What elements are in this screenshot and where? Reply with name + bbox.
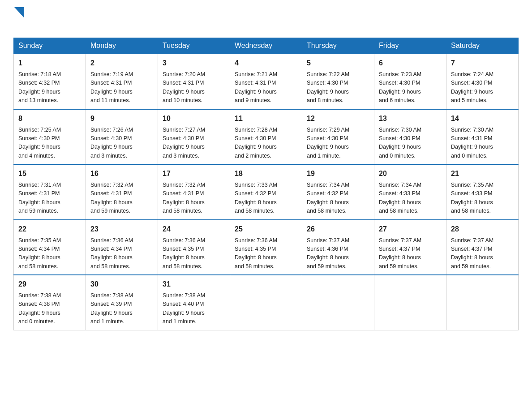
day-info: Sunrise: 7:19 AM Sunset: 4:31 PM Dayligh…: [90, 70, 153, 105]
calendar-cell: 14Sunrise: 7:30 AM Sunset: 4:31 PM Dayli…: [446, 109, 519, 165]
calendar-cell: 4Sunrise: 7:21 AM Sunset: 4:31 PM Daylig…: [230, 54, 302, 109]
day-info: Sunrise: 7:37 AM Sunset: 4:36 PM Dayligh…: [307, 236, 369, 271]
day-info: Sunrise: 7:38 AM Sunset: 4:40 PM Dayligh…: [163, 291, 225, 326]
day-number: 19: [307, 168, 369, 179]
day-number: 14: [451, 113, 514, 124]
day-number: 20: [379, 168, 442, 179]
calendar-cell: 16Sunrise: 7:32 AM Sunset: 4:31 PM Dayli…: [86, 164, 158, 220]
calendar-cell: 23Sunrise: 7:36 AM Sunset: 4:34 PM Dayli…: [86, 220, 158, 275]
day-number: 15: [18, 168, 81, 179]
day-info: Sunrise: 7:25 AM Sunset: 4:30 PM Dayligh…: [18, 126, 81, 161]
day-info: Sunrise: 7:20 AM Sunset: 4:31 PM Dayligh…: [163, 70, 225, 105]
day-number: 3: [163, 58, 225, 68]
day-info: Sunrise: 7:22 AM Sunset: 4:30 PM Dayligh…: [307, 70, 369, 105]
weekday-header-wednesday: Wednesday: [230, 38, 302, 54]
day-info: Sunrise: 7:18 AM Sunset: 4:32 PM Dayligh…: [18, 70, 81, 105]
calendar-cell: 25Sunrise: 7:36 AM Sunset: 4:35 PM Dayli…: [230, 220, 302, 275]
day-info: Sunrise: 7:37 AM Sunset: 4:37 PM Dayligh…: [451, 236, 514, 271]
day-number: 10: [163, 113, 225, 124]
calendar-cell: 2Sunrise: 7:19 AM Sunset: 4:31 PM Daylig…: [86, 54, 158, 109]
day-number: 23: [90, 224, 153, 235]
day-number: 29: [18, 279, 81, 290]
day-info: Sunrise: 7:34 AM Sunset: 4:33 PM Dayligh…: [379, 181, 442, 216]
day-number: 22: [18, 224, 81, 235]
calendar-cell: 21Sunrise: 7:35 AM Sunset: 4:33 PM Dayli…: [446, 164, 519, 220]
weekday-header-tuesday: Tuesday: [158, 38, 230, 54]
calendar-cell: 5Sunrise: 7:22 AM Sunset: 4:30 PM Daylig…: [302, 54, 374, 109]
day-info: Sunrise: 7:31 AM Sunset: 4:31 PM Dayligh…: [18, 181, 81, 216]
day-info: Sunrise: 7:34 AM Sunset: 4:32 PM Dayligh…: [307, 181, 369, 216]
day-number: 28: [451, 224, 514, 235]
day-number: 1: [18, 58, 81, 68]
weekday-header-saturday: Saturday: [446, 38, 519, 54]
day-number: 12: [307, 113, 369, 124]
day-info: Sunrise: 7:30 AM Sunset: 4:30 PM Dayligh…: [379, 126, 442, 161]
day-number: 2: [90, 58, 153, 68]
day-info: Sunrise: 7:24 AM Sunset: 4:30 PM Dayligh…: [451, 70, 514, 105]
calendar-cell: 20Sunrise: 7:34 AM Sunset: 4:33 PM Dayli…: [374, 164, 446, 220]
day-number: 11: [235, 113, 297, 124]
day-info: Sunrise: 7:29 AM Sunset: 4:30 PM Dayligh…: [307, 126, 369, 161]
day-number: 6: [379, 58, 442, 68]
calendar-cell: 15Sunrise: 7:31 AM Sunset: 4:31 PM Dayli…: [14, 164, 86, 220]
day-info: Sunrise: 7:36 AM Sunset: 4:35 PM Dayligh…: [235, 236, 297, 271]
calendar-cell: [302, 275, 374, 330]
calendar-cell: 24Sunrise: 7:36 AM Sunset: 4:35 PM Dayli…: [158, 220, 230, 275]
day-number: 13: [379, 113, 442, 124]
calendar-cell: 22Sunrise: 7:35 AM Sunset: 4:34 PM Dayli…: [14, 220, 86, 275]
day-info: Sunrise: 7:38 AM Sunset: 4:39 PM Dayligh…: [90, 291, 153, 326]
day-info: Sunrise: 7:32 AM Sunset: 4:31 PM Dayligh…: [90, 181, 153, 216]
logo: [13, 9, 24, 33]
day-number: 26: [307, 224, 369, 235]
day-number: 17: [163, 168, 225, 179]
calendar-cell: 31Sunrise: 7:38 AM Sunset: 4:40 PM Dayli…: [158, 275, 230, 330]
day-number: 8: [18, 113, 81, 124]
day-number: 16: [90, 168, 153, 179]
day-info: Sunrise: 7:38 AM Sunset: 4:38 PM Dayligh…: [18, 291, 81, 326]
weekday-header-row: SundayMondayTuesdayWednesdayThursdayFrid…: [14, 38, 519, 54]
calendar-cell: 3Sunrise: 7:20 AM Sunset: 4:31 PM Daylig…: [158, 54, 230, 109]
calendar-cell: 8Sunrise: 7:25 AM Sunset: 4:30 PM Daylig…: [14, 109, 86, 165]
calendar-cell: 26Sunrise: 7:37 AM Sunset: 4:36 PM Dayli…: [302, 220, 374, 275]
page-header: [13, 9, 519, 33]
calendar-cell: 11Sunrise: 7:28 AM Sunset: 4:30 PM Dayli…: [230, 109, 302, 165]
calendar-cell: 10Sunrise: 7:27 AM Sunset: 4:30 PM Dayli…: [158, 109, 230, 165]
weekday-header-sunday: Sunday: [14, 38, 86, 54]
day-info: Sunrise: 7:37 AM Sunset: 4:37 PM Dayligh…: [379, 236, 442, 271]
calendar-week-row: 29Sunrise: 7:38 AM Sunset: 4:38 PM Dayli…: [14, 275, 519, 330]
calendar-cell: 30Sunrise: 7:38 AM Sunset: 4:39 PM Dayli…: [86, 275, 158, 330]
day-number: 9: [90, 113, 153, 124]
day-number: 30: [90, 279, 153, 290]
calendar-cell: 28Sunrise: 7:37 AM Sunset: 4:37 PM Dayli…: [446, 220, 519, 275]
calendar-week-row: 8Sunrise: 7:25 AM Sunset: 4:30 PM Daylig…: [14, 109, 519, 165]
calendar-cell: [374, 275, 446, 330]
day-number: 25: [235, 224, 297, 235]
calendar-cell: 29Sunrise: 7:38 AM Sunset: 4:38 PM Dayli…: [14, 275, 86, 330]
calendar-cell: 1Sunrise: 7:18 AM Sunset: 4:32 PM Daylig…: [14, 54, 86, 109]
calendar-week-row: 22Sunrise: 7:35 AM Sunset: 4:34 PM Dayli…: [14, 220, 519, 275]
day-number: 18: [235, 168, 297, 179]
day-number: 21: [451, 168, 514, 179]
calendar-cell: 9Sunrise: 7:26 AM Sunset: 4:30 PM Daylig…: [86, 109, 158, 165]
day-info: Sunrise: 7:28 AM Sunset: 4:30 PM Dayligh…: [235, 126, 297, 161]
calendar-cell: 7Sunrise: 7:24 AM Sunset: 4:30 PM Daylig…: [446, 54, 519, 109]
svg-marker-0: [14, 7, 24, 18]
day-number: 4: [235, 58, 297, 68]
day-info: Sunrise: 7:23 AM Sunset: 4:30 PM Dayligh…: [379, 70, 442, 105]
day-info: Sunrise: 7:35 AM Sunset: 4:34 PM Dayligh…: [18, 236, 81, 271]
day-info: Sunrise: 7:30 AM Sunset: 4:31 PM Dayligh…: [451, 126, 514, 161]
day-info: Sunrise: 7:36 AM Sunset: 4:34 PM Dayligh…: [90, 236, 153, 271]
calendar-cell: 18Sunrise: 7:33 AM Sunset: 4:32 PM Dayli…: [230, 164, 302, 220]
day-number: 5: [307, 58, 369, 68]
day-info: Sunrise: 7:26 AM Sunset: 4:30 PM Dayligh…: [90, 126, 153, 161]
calendar-cell: 13Sunrise: 7:30 AM Sunset: 4:30 PM Dayli…: [374, 109, 446, 165]
calendar-week-row: 15Sunrise: 7:31 AM Sunset: 4:31 PM Dayli…: [14, 164, 519, 220]
day-number: 31: [163, 279, 225, 290]
calendar-cell: 6Sunrise: 7:23 AM Sunset: 4:30 PM Daylig…: [374, 54, 446, 109]
calendar-cell: [230, 275, 302, 330]
weekday-header-friday: Friday: [374, 38, 446, 54]
day-info: Sunrise: 7:36 AM Sunset: 4:35 PM Dayligh…: [163, 236, 225, 271]
day-number: 27: [379, 224, 442, 235]
calendar-cell: 17Sunrise: 7:32 AM Sunset: 4:31 PM Dayli…: [158, 164, 230, 220]
day-info: Sunrise: 7:21 AM Sunset: 4:31 PM Dayligh…: [235, 70, 297, 105]
